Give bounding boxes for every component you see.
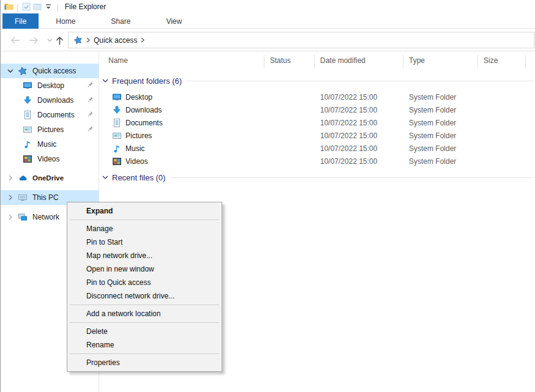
ribbon-tab-bar: File Home Share View (1, 13, 535, 29)
column-header-date-modified[interactable]: Date modified (320, 56, 365, 65)
chevron-right-icon[interactable] (6, 214, 15, 220)
menu-separator (70, 353, 219, 354)
tab-home[interactable]: Home (43, 13, 88, 29)
breadcrumb-chevron-icon (141, 37, 144, 43)
file-type: System Folder (409, 119, 456, 127)
menu-separator (70, 305, 219, 305)
onedrive-icon (18, 173, 28, 183)
menu-separator (70, 220, 219, 220)
sidebar-item-downloads[interactable]: Downloads (1, 93, 99, 108)
file-type: System Folder (409, 157, 456, 166)
qat-separator: | (56, 2, 58, 12)
address-bar-row: Quick access (1, 29, 535, 51)
tab-file[interactable]: File (2, 13, 39, 29)
context-menu-item-map-network-drive[interactable]: Map network drive... (69, 249, 220, 262)
file-row-videos[interactable]: Videos 10/07/2022 15:00 System Folder (99, 155, 535, 168)
file-date-modified: 10/07/2022 15:00 (320, 144, 377, 153)
chevron-down-icon[interactable] (6, 69, 15, 73)
address-bar[interactable]: Quick access (68, 32, 534, 48)
context-menu-item-properties[interactable]: Properties (69, 356, 220, 369)
context-menu-item-add-a-network-location[interactable]: Add a network location (69, 307, 220, 320)
chevron-right-icon[interactable] (6, 175, 15, 181)
column-divider[interactable] (264, 55, 264, 68)
sidebar-item-label: Quick access (32, 67, 76, 75)
qat-properties-button[interactable] (21, 2, 32, 12)
file-row-downloads[interactable]: Downloads 10/07/2022 15:00 System Folder (99, 103, 535, 116)
file-row-pictures[interactable]: Pictures 10/07/2022 15:00 System Folder (99, 129, 535, 142)
file-name: Downloads (125, 106, 162, 114)
file-type: System Folder (409, 144, 456, 153)
desktop-icon (112, 92, 122, 102)
forward-button[interactable] (26, 33, 41, 48)
music-icon (23, 139, 32, 149)
pin-icon (86, 81, 94, 89)
tab-share[interactable]: Share (99, 13, 143, 29)
sidebar-item-onedrive[interactable]: OneDrive (1, 171, 99, 185)
context-menu-item-delete[interactable]: Delete (69, 325, 220, 338)
qat-new-folder-button[interactable] (32, 2, 43, 12)
sidebar-item-music[interactable]: Music (1, 137, 99, 152)
sidebar-item-label: Desktop (37, 81, 64, 90)
sidebar-item-label: OneDrive (32, 174, 64, 182)
breadcrumb-location[interactable]: Quick access (94, 36, 137, 45)
quick-access-star-icon (18, 66, 28, 76)
column-header-name[interactable]: Name (108, 56, 128, 65)
sidebar-item-videos[interactable]: Videos (1, 152, 99, 166)
context-menu-item-open-in-new-window[interactable]: Open in new window (69, 262, 220, 276)
column-divider[interactable] (403, 55, 403, 68)
group-header-label: Recent files (0) (112, 173, 165, 182)
file-row-music[interactable]: Music 10/07/2022 15:00 System Folder (99, 142, 535, 155)
context-menu-item-rename[interactable]: Rename (69, 338, 220, 352)
up-button[interactable] (52, 33, 67, 48)
file-name: Pictures (125, 131, 152, 140)
chevron-down-icon (102, 176, 108, 180)
qat-separator: | (17, 2, 18, 12)
sidebar-item-pictures[interactable]: Pictures (1, 122, 99, 137)
quick-access-star-icon (73, 35, 83, 45)
desktop-icon (23, 81, 32, 91)
menu-separator (70, 322, 219, 323)
group-header-recent-files[interactable]: Recent files (0) (102, 172, 533, 182)
file-date-modified: 10/07/2022 15:00 (320, 93, 377, 102)
file-row-documents[interactable]: Documents 10/07/2022 15:00 System Folder (99, 116, 535, 129)
this-pc-icon (18, 193, 28, 202)
column-header-type[interactable]: Type (409, 56, 425, 65)
file-date-modified: 10/07/2022 15:00 (320, 106, 377, 114)
context-menu-item-manage[interactable]: Manage (69, 222, 220, 235)
breadcrumb-chevron-icon (86, 37, 90, 43)
chevron-right-icon[interactable] (6, 194, 15, 201)
back-button[interactable] (8, 33, 23, 48)
group-header-line (187, 81, 533, 81)
group-header-frequent-folders[interactable]: Frequent folders (6) (102, 76, 533, 86)
group-header-label: Frequent folders (6) (112, 76, 182, 86)
sidebar-item-label: Documents (37, 111, 75, 119)
sidebar-item-label: Network (32, 213, 59, 221)
music-icon (112, 144, 122, 153)
file-name: Documents (125, 119, 163, 127)
column-divider[interactable] (477, 55, 478, 68)
this-pc-context-menu: Expand Manage Pin to Start Map network d… (67, 202, 222, 372)
sidebar-item-quick-access[interactable]: Quick access (1, 64, 99, 78)
context-menu-item-pin-to-start[interactable]: Pin to Start (69, 235, 220, 249)
window-title: File Explorer (65, 2, 106, 11)
column-divider[interactable] (525, 55, 526, 68)
context-menu-item-expand[interactable]: Expand (69, 204, 220, 218)
file-explorer-logo-icon (4, 2, 14, 12)
qat-customize-dropdown[interactable] (43, 2, 54, 12)
context-menu-item-pin-to-quick-access[interactable]: Pin to Quick access (69, 276, 220, 289)
chevron-down-icon (102, 79, 108, 83)
file-row-desktop[interactable]: Desktop 10/07/2022 15:00 System Folder (99, 91, 535, 103)
tab-view[interactable]: View (154, 13, 194, 29)
context-menu-item-disconnect-network-drive[interactable]: Disconnect network drive... (69, 289, 220, 303)
sidebar-item-desktop[interactable]: Desktop (1, 78, 99, 93)
network-icon (18, 212, 28, 222)
file-name: Music (125, 144, 144, 153)
sidebar-item-documents[interactable]: Documents (1, 108, 99, 122)
videos-icon (23, 154, 32, 164)
sidebar-item-label: Music (37, 140, 56, 149)
column-header-size[interactable]: Size (484, 56, 498, 65)
column-divider[interactable] (314, 55, 315, 68)
column-header-status[interactable]: Status (270, 56, 291, 65)
sidebar-item-label: Downloads (37, 96, 73, 105)
file-date-modified: 10/07/2022 15:00 (320, 157, 377, 166)
